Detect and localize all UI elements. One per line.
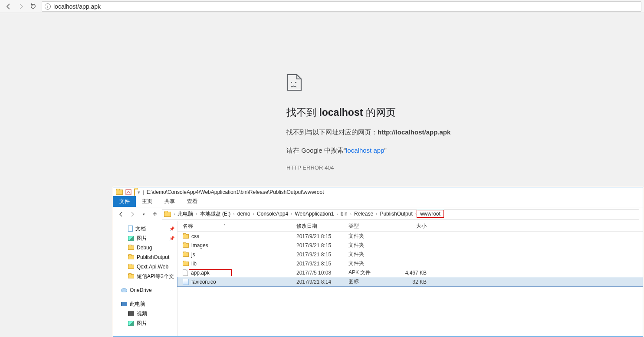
file-name: css [191, 233, 199, 239]
picture-icon [128, 321, 134, 326]
svg-rect-2 [126, 190, 131, 195]
error-message: 找不到与以下网址对应的网页：http://localhost/app.apk [286, 127, 547, 137]
tree-debug[interactable]: Debug [113, 243, 177, 252]
folder-icon [128, 245, 134, 250]
tree-documents[interactable]: 文档📌 [113, 224, 177, 233]
file-type: APK 文件 [343, 269, 395, 276]
folder-icon [183, 252, 189, 257]
nav-tree[interactable]: 文档📌 图片📌 Debug PublishOutput Qcxt.Api.Web… [113, 221, 177, 336]
sort-indicator-icon: ˄ [223, 224, 226, 229]
breadcrumb-item[interactable]: ConsoleApp4 [254, 211, 291, 217]
forward-button[interactable] [15, 0, 27, 13]
error-heading: 找不到 localhost 的网页 [286, 106, 547, 119]
file-date: 2017/9/21 8:15 [291, 233, 343, 239]
file-row[interactable]: favicon.ico2017/9/21 8:14图标32 KB [177, 277, 643, 286]
pin-icon[interactable]: 📌 [169, 236, 174, 241]
col-name[interactable]: 名称˄ [177, 222, 291, 230]
ico-file-icon [183, 279, 189, 285]
breadcrumb-item[interactable]: Release [352, 211, 376, 217]
col-size[interactable]: 大小 [395, 222, 430, 230]
file-type: 文件夹 [343, 242, 395, 249]
error-suggestion: 请在 Google 中搜索"localhost app" [286, 145, 547, 156]
nav-up-button[interactable] [151, 210, 159, 219]
file-size: 32 KB [395, 279, 430, 285]
qat-properties-icon[interactable] [125, 189, 131, 195]
folder-icon [128, 265, 134, 269]
col-date[interactable]: 修改日期 [291, 222, 343, 230]
window-title-path: E:\demo\ConsoleApp4\WebApplication1\bin\… [147, 189, 324, 195]
qat-dropdown-icon[interactable]: ▾ [138, 190, 140, 195]
breadcrumb-bar[interactable]: › 此电脑›本地磁盘 (E:)›demo›ConsoleApp4›WebAppl… [162, 209, 639, 219]
pc-icon [121, 302, 127, 306]
file-row[interactable]: app.apk2017/7/5 10:08APK 文件4,467 KB [177, 268, 643, 277]
file-row[interactable]: images2017/9/21 8:15文件夹 [177, 241, 643, 250]
breadcrumb-item[interactable]: bin [338, 211, 350, 217]
tree-publishoutput[interactable]: PublishOutput [113, 252, 177, 262]
breadcrumb-item[interactable]: 此电脑 [175, 211, 196, 217]
picture-icon [128, 236, 134, 241]
file-type: 文件夹 [343, 232, 395, 240]
address-bar[interactable]: i localhost/app.apk [42, 1, 641, 12]
file-row[interactable]: css2017/9/21 8:15文件夹 [177, 232, 643, 241]
cloud-icon [121, 288, 127, 292]
file-name: favicon.ico [191, 279, 216, 285]
file-date: 2017/9/21 8:15 [291, 252, 343, 258]
file-type: 文件夹 [343, 251, 395, 258]
column-headers[interactable]: 名称˄ 修改日期 类型 大小 [177, 221, 643, 232]
folder-icon [183, 234, 189, 239]
tab-file[interactable]: 文件 [113, 196, 136, 207]
tree-sms[interactable]: 短信API等2个文 [113, 272, 177, 281]
file-type: 图标 [343, 278, 395, 285]
nav-back-button[interactable] [117, 210, 125, 219]
file-date: 2017/9/21 8:14 [291, 279, 343, 285]
col-type[interactable]: 类型 [343, 222, 395, 230]
video-icon [128, 311, 134, 316]
site-info-icon[interactable]: i [45, 3, 51, 10]
file-size: 4,467 KB [395, 270, 430, 276]
folder-icon [183, 262, 189, 266]
ribbon-tabs: 文件 主页 共享 查看 [113, 197, 643, 207]
nav-forward-button[interactable] [128, 210, 137, 219]
file-date: 2017/9/21 8:15 [291, 242, 343, 249]
breadcrumb-item[interactable]: 本地磁盘 (E:) [197, 211, 233, 217]
error-code: HTTP ERROR 404 [286, 164, 547, 173]
svg-rect-1 [295, 82, 296, 83]
tab-view[interactable]: 查看 [181, 196, 204, 207]
search-link[interactable]: localhost app [346, 147, 384, 154]
file-icon [183, 269, 188, 276]
document-icon [128, 226, 133, 232]
file-name: js [191, 252, 195, 258]
breadcrumb-item[interactable]: WebApplication1 [292, 211, 336, 217]
svg-rect-0 [291, 82, 292, 83]
tree-pictures[interactable]: 图片📌 [113, 233, 177, 243]
tree-onedrive[interactable]: OneDrive [113, 285, 177, 295]
folder-icon [116, 190, 123, 195]
explorer-nav-row: ▾ › 此电脑›本地磁盘 (E:)›demo›ConsoleApp4›WebAp… [113, 207, 643, 221]
tree-videos[interactable]: 视频 [113, 309, 177, 318]
reload-button[interactable] [27, 0, 39, 13]
breadcrumb-item[interactable]: PublishOutput [377, 211, 415, 217]
breadcrumb-item[interactable]: demo [235, 211, 253, 217]
tab-home[interactable]: 主页 [136, 196, 158, 207]
file-name: images [191, 242, 208, 249]
file-name: lib [191, 261, 197, 267]
file-date: 2017/9/21 8:15 [291, 261, 343, 267]
qat-newfolder-icon[interactable] [134, 189, 135, 195]
browser-toolbar: i localhost/app.apk [0, 0, 644, 13]
explorer-titlebar[interactable]: ▾ | E:\demo\ConsoleApp4\WebApplication1\… [113, 187, 643, 197]
file-list[interactable]: 名称˄ 修改日期 类型 大小 css2017/9/21 8:15文件夹image… [177, 221, 643, 336]
tab-share[interactable]: 共享 [158, 196, 181, 207]
pin-icon[interactable]: 📌 [169, 226, 174, 231]
file-row[interactable]: js2017/9/21 8:15文件夹 [177, 250, 643, 259]
breadcrumb-item[interactable]: wwwroot [417, 210, 444, 218]
sad-document-icon [286, 74, 547, 91]
tree-qcxt[interactable]: Qcxt.Api.Web [113, 262, 177, 272]
nav-recent-button[interactable]: ▾ [139, 210, 148, 219]
tree-pictures2[interactable]: 图片 [113, 318, 177, 328]
url-text: localhost/app.apk [53, 3, 101, 10]
tree-thispc[interactable]: 此电脑 [113, 299, 177, 309]
folder-icon [183, 243, 189, 248]
file-row[interactable]: lib2017/9/21 8:15文件夹 [177, 259, 643, 268]
back-button[interactable] [3, 0, 15, 13]
file-name: app.apk [189, 269, 232, 276]
